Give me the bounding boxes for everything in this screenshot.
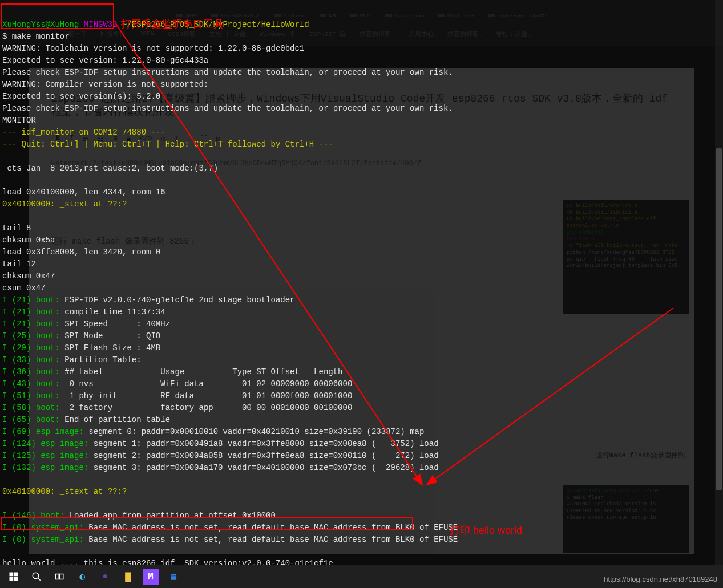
monitor-header: --- idf_monitor on COM12 74880 --- --- Q… <box>2 128 333 149</box>
svg-point-8 <box>33 573 39 579</box>
terminal-output[interactable]: XuHongYss@XuHong MINGW32 ~/ESP8266_RTOS_… <box>0 0 723 588</box>
prompt-user: XuHongYss@XuHong <box>2 20 79 29</box>
boot-output-2: tail 8 chksum 0x5a load 0x3ffe8008, len … <box>2 224 160 293</box>
watermark-text: https://blog.csdn.net/xh870189248 <box>604 575 717 583</box>
boot-output-1: ets Jan 8 2013,rst cause:2, boot mode:(3… <box>2 164 218 197</box>
search-icon[interactable] <box>25 565 48 588</box>
terminal-scrollbar[interactable] <box>715 0 723 565</box>
start-button[interactable] <box>2 565 25 588</box>
svg-rect-10 <box>55 574 59 579</box>
app-icon-1[interactable]: ◐ <box>71 565 94 588</box>
svg-rect-5 <box>14 573 18 577</box>
task-view-icon[interactable] <box>48 565 71 588</box>
boot-info-block: I (21) boot: ESP-IDF v2.0.0-740-g1e1cf1e… <box>2 295 439 472</box>
stext-line-2: 0x40100000: _stext at ??:? <box>2 487 127 496</box>
explorer-icon[interactable]: ▇ <box>116 565 139 588</box>
eclipse-icon[interactable]: ● <box>94 565 116 588</box>
svg-rect-4 <box>10 573 14 577</box>
app-icon-2[interactable]: ▤ <box>162 565 185 588</box>
scrollbar-thumb[interactable] <box>716 148 722 490</box>
warning-block: WARNING: Toolchain version is not suppor… <box>2 44 453 125</box>
stext-line-1: 0x40100000: _stext at ??:? <box>2 200 127 209</box>
app-icon-m[interactable]: M <box>143 569 159 585</box>
annotation-open-tool: 打开乐鑫监听串口工具 <box>121 17 224 31</box>
prompt-host: MINGW32 <box>79 20 117 29</box>
annotation-print-hello: 打印 hello world <box>450 524 522 537</box>
svg-line-9 <box>38 578 41 581</box>
svg-rect-11 <box>60 574 63 579</box>
final-info-block: I (146) boot: Loaded app from partition … <box>2 511 458 544</box>
svg-rect-6 <box>10 577 14 581</box>
svg-rect-7 <box>14 577 18 581</box>
command-line: $ make monitor <box>2 32 70 41</box>
